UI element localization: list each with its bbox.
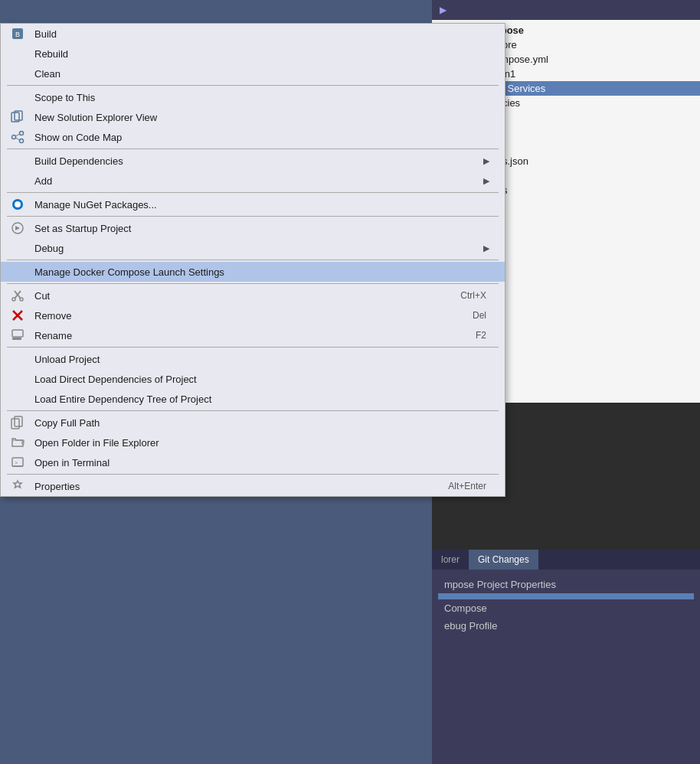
load-entire-label: Load Entire Dependency Tree of Project (34, 393, 492, 405)
menu-item-load-entire[interactable]: Load Entire Dependency Tree of Project (1, 389, 505, 409)
svg-text:>_: >_ (15, 460, 21, 466)
menu-separator (7, 410, 499, 411)
copy-path-label: Copy Full Path (34, 417, 492, 429)
menu-item-new-solution-view[interactable]: New Solution Explorer View (1, 107, 505, 127)
copy-path-icon (8, 413, 27, 432)
debug-arrow: ▶ (483, 243, 492, 253)
svg-rect-18 (12, 338, 21, 340)
menu-separator (7, 216, 499, 217)
solution-icon: ▶ (440, 5, 446, 15)
menu-separator (7, 283, 499, 284)
new-solution-view-label: New Solution Explorer View (34, 112, 492, 123)
rebuild-label: Rebuild (34, 48, 492, 60)
remove-label: Remove (34, 310, 473, 322)
bottom-row: ebug Profile (438, 617, 694, 635)
show-code-map-label: Show on Code Map (34, 132, 492, 143)
open-folder-icon: ↺ (8, 433, 27, 452)
menu-item-startup[interactable]: Set as Startup Project (1, 218, 505, 238)
menu-item-show-code-map[interactable]: Show on Code Map (1, 127, 505, 147)
open-terminal-icon: >_ (8, 453, 27, 472)
add-label: Add (34, 175, 483, 187)
svg-point-10 (15, 201, 21, 207)
menu-separator (7, 347, 499, 348)
svg-point-5 (20, 132, 24, 135)
menu-item-rename[interactable]: RenameF2 (1, 325, 505, 345)
menu-item-open-terminal[interactable]: >_Open in Terminal (1, 452, 505, 472)
bottom-row: Compose (438, 599, 694, 617)
open-folder-label: Open Folder in File Explorer (34, 437, 492, 449)
menu-item-remove[interactable]: RemoveDel (1, 305, 505, 325)
build-icon: B (8, 24, 27, 43)
svg-point-14 (12, 298, 15, 301)
svg-point-4 (12, 135, 16, 139)
menu-separator (7, 474, 499, 475)
menu-item-nuget[interactable]: Manage NuGet Packages... (1, 194, 505, 214)
menu-item-add[interactable]: Add▶ (1, 171, 505, 191)
cut-shortcut: Ctrl+X (460, 290, 492, 301)
menu-item-debug[interactable]: Debug▶ (1, 238, 505, 258)
rename-icon (8, 326, 27, 344)
startup-icon (8, 219, 27, 237)
solution-header: ▶ (432, 0, 700, 20)
menu-item-build-deps[interactable]: Build Dependencies▶ (1, 151, 505, 171)
debug-label: Debug (34, 243, 483, 254)
bottom-content: mpose Project PropertiesComposeebug Prof… (432, 570, 700, 641)
bottom-row: mpose Project Properties (438, 576, 694, 593)
bottom-tab[interactable]: Git Changes (469, 550, 538, 570)
bottom-panel: lorerGit Changes mpose Project Propertie… (432, 550, 700, 764)
cut-label: Cut (34, 290, 460, 302)
context-menu: BBuildRebuildCleanScope to ThisNew Solut… (0, 23, 505, 497)
unload-label: Unload Project (34, 354, 492, 365)
nuget-icon (8, 195, 27, 214)
cut-icon (8, 286, 27, 305)
svg-text:B: B (15, 31, 20, 38)
menu-item-rebuild[interactable]: Rebuild (1, 44, 505, 64)
build-deps-label: Build Dependencies (34, 155, 483, 167)
properties-shortcut: Alt+Enter (448, 481, 492, 491)
svg-line-8 (16, 138, 20, 140)
svg-point-6 (20, 139, 24, 143)
show-code-map-icon (8, 128, 27, 146)
manage-docker-label: Manage Docker Compose Launch Settings (34, 266, 492, 278)
menu-item-clean[interactable]: Clean (1, 64, 505, 83)
menu-item-cut[interactable]: CutCtrl+X (1, 286, 505, 305)
menu-item-open-folder[interactable]: ↺Open Folder in File Explorer (1, 433, 505, 452)
menu-item-copy-path[interactable]: Copy Full Path (1, 413, 505, 433)
svg-point-15 (20, 298, 23, 301)
bottom-tabs: lorerGit Changes (432, 550, 700, 570)
menu-item-properties[interactable]: PropertiesAlt+Enter (1, 476, 505, 496)
bottom-tab[interactable]: lorer (432, 550, 469, 570)
svg-rect-20 (11, 419, 19, 429)
rename-label: Rename (34, 330, 476, 341)
menu-item-unload[interactable]: Unload Project (1, 349, 505, 369)
remove-shortcut: Del (473, 310, 492, 321)
scope-label: Scope to This (34, 92, 492, 103)
svg-rect-19 (12, 330, 23, 337)
properties-icon (8, 477, 27, 495)
menu-separator (7, 260, 499, 260)
menu-item-load-direct[interactable]: Load Direct Dependencies of Project (1, 369, 505, 389)
svg-rect-21 (15, 416, 22, 426)
bottom-row (438, 593, 694, 599)
menu-separator (7, 192, 499, 193)
add-arrow: ▶ (483, 176, 492, 186)
svg-text:↺: ↺ (21, 439, 25, 446)
svg-line-7 (16, 134, 20, 136)
startup-label: Set as Startup Project (34, 223, 492, 234)
remove-icon (8, 306, 27, 325)
menu-separator (7, 149, 499, 149)
clean-label: Clean (34, 68, 492, 80)
menu-item-scope[interactable]: Scope to This (1, 87, 505, 107)
nuget-label: Manage NuGet Packages... (34, 199, 492, 211)
menu-item-manage-docker[interactable]: Manage Docker Compose Launch Settings (1, 262, 505, 282)
rename-shortcut: F2 (476, 330, 492, 341)
open-terminal-label: Open in Terminal (34, 457, 492, 469)
menu-item-build[interactable]: BBuild (1, 24, 505, 44)
menu-separator (7, 85, 499, 86)
load-direct-label: Load Direct Dependencies of Project (34, 374, 492, 385)
build-label: Build (34, 28, 492, 40)
properties-label: Properties (34, 481, 448, 492)
build-deps-arrow: ▶ (483, 156, 492, 166)
new-solution-view-icon (8, 108, 27, 126)
